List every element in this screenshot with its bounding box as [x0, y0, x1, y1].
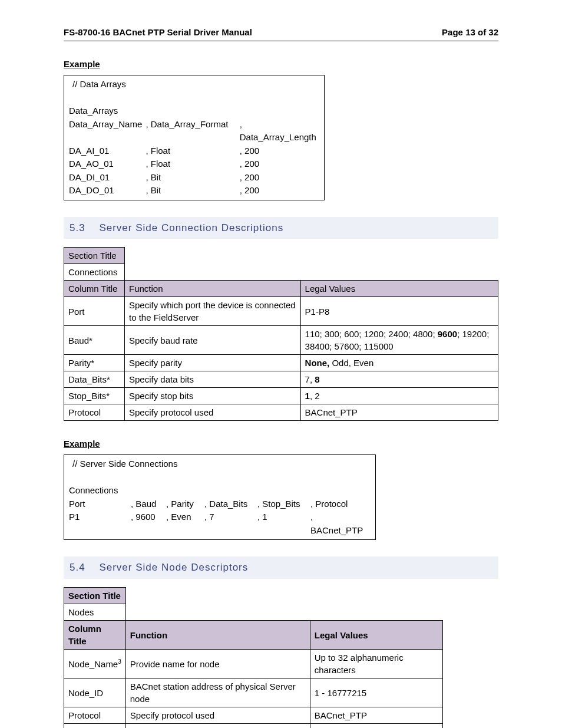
example2-heading: Example: [64, 437, 498, 450]
example1-heading: Example: [64, 58, 498, 70]
table-row: Baud* Specify baud rate 110; 300; 600; 1…: [64, 326, 498, 355]
function-label: Function: [124, 281, 300, 297]
table-row: Port Specify which port the device is co…: [64, 297, 498, 326]
table-row: Parity* Specify parity None, Odd, Even: [64, 355, 498, 371]
example1-row: DA_DO_01 , Bit , 200: [69, 184, 319, 197]
legal-values-label: Legal Values: [310, 621, 442, 650]
table-row: Data_Bits* Specify data bits 7, 8: [64, 371, 498, 388]
example2-row: P1 , 9600 , Even , 7 , 1 , BACnet_PTP: [69, 510, 371, 537]
example1-row: DA_AO_01 , Float , 200: [69, 157, 319, 171]
column-title-label: Column Title: [64, 621, 126, 650]
table-row: Protocol Specify protocol used BACnet_PT…: [64, 404, 498, 421]
table-row: Node_ID BACnet station address of physic…: [64, 678, 443, 707]
section-5-3-heading: 5.3 Server Side Connection Descriptions: [64, 217, 498, 239]
example2-col-row: Port , Baud , Parity , Data_Bits , Stop_…: [69, 498, 371, 511]
table-row: Node_Name3 Provide name for node Up to 3…: [64, 650, 443, 678]
example2-title: // Server Side Connections: [69, 457, 371, 471]
legal-values-label: Legal Values: [300, 281, 498, 297]
function-label: Function: [125, 621, 310, 650]
example2-box: // Server Side Connections Connections P…: [64, 454, 376, 540]
page-number: Page 13 of 32: [442, 26, 498, 38]
table-row: Stop_Bits* Specify stop bits 1, 2: [64, 388, 498, 404]
example1-col-row: Data_Array_Name , Data_Array_Format , Da…: [69, 118, 319, 144]
section-title-label: Section Title: [64, 588, 126, 604]
section-title-value: Connections: [64, 264, 125, 281]
example1-row: DA_AI_01 , Float , 200: [69, 144, 319, 158]
table-row: Protocol Specify protocol used BACnet_PT…: [64, 707, 443, 724]
doc-title: FS-8700-16 BACnet PTP Serial Driver Manu…: [64, 26, 252, 38]
section-5-3-table: Section Title Connections Column Title F…: [64, 247, 498, 421]
example2-section-label: Connections: [69, 484, 371, 498]
column-title-label: Column Title: [64, 281, 125, 297]
example1-section-label: Data_Arrays: [69, 104, 319, 118]
section-5-3-title: Server Side Connection Descriptions: [99, 222, 283, 233]
example1-title: // Data Arrays: [69, 78, 319, 91]
section-5-4-heading: 5.4 Server Side Node Descriptors: [64, 556, 498, 579]
section-title-label: Section Title: [64, 248, 125, 264]
section-5-4-title: Server Side Node Descriptors: [99, 562, 248, 573]
section-5-4-table: Section Title Nodes Column Title Functio…: [64, 587, 443, 728]
section-5-3-number: 5.3: [70, 222, 85, 233]
section-title-value: Nodes: [64, 604, 126, 621]
example1-row: DA_DI_01 , Bit , 200: [69, 171, 319, 185]
section-5-4-number: 5.4: [70, 562, 85, 573]
page-header: FS-8700-16 BACnet PTP Serial Driver Manu…: [64, 26, 498, 41]
example1-box: // Data Arrays Data_Arrays Data_Array_Na…: [64, 75, 325, 200]
table-row: Node_Option Enable or disable COV for th…: [64, 724, 443, 728]
